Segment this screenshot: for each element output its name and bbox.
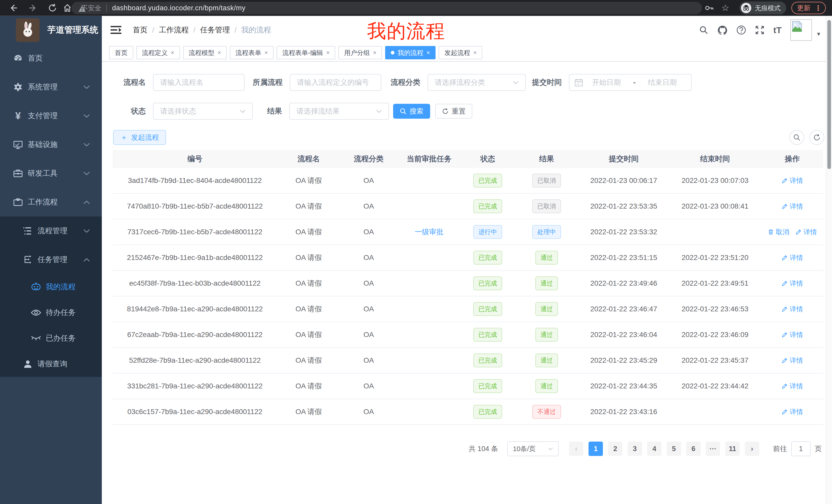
- github-icon[interactable]: [717, 25, 728, 35]
- tab-process-model[interactable]: 流程模型×: [183, 46, 227, 59]
- close-icon[interactable]: ×: [473, 49, 477, 56]
- browser-home-icon[interactable]: [63, 3, 72, 12]
- page-button-4[interactable]: 4: [647, 442, 661, 456]
- detail-link[interactable]: 详情: [782, 305, 803, 314]
- page-button-3[interactable]: 3: [628, 442, 642, 456]
- address-bar[interactable]: 不安全 dashboard.yudao.iocoder.cn/bpm/task/…: [72, 2, 702, 14]
- page-button-2[interactable]: 2: [608, 442, 622, 456]
- page-button-6[interactable]: 6: [686, 442, 701, 456]
- sidebar-item-process-management[interactable]: 流程管理: [0, 217, 102, 245]
- result-select[interactable]: 请选择流结果: [289, 103, 389, 120]
- incognito-icon: [741, 3, 751, 13]
- sidebar-item-leave-query[interactable]: 请假查询: [0, 351, 102, 377]
- next-page-button[interactable]: ›: [745, 442, 759, 456]
- scrollbar-thumb[interactable]: [827, 20, 831, 169]
- detail-link[interactable]: 详情: [796, 228, 817, 236]
- browser-menu-overflow-icon[interactable]: ⋮: [814, 4, 822, 12]
- sidebar-item-dev-tools[interactable]: 研发工具: [0, 159, 102, 188]
- passwords-key-icon[interactable]: [705, 4, 714, 12]
- more-pages-button[interactable]: ···: [706, 442, 720, 456]
- sidebar-collapse-icon[interactable]: [110, 25, 121, 35]
- sidebar-item-done-tasks[interactable]: 已办任务: [0, 326, 102, 351]
- parent-process-input[interactable]: [290, 74, 381, 91]
- category-select[interactable]: 请选择流程分类: [427, 74, 526, 91]
- sidebar-item-task-management[interactable]: 任务管理: [0, 245, 102, 274]
- tab-home[interactable]: 首页: [109, 46, 133, 59]
- page-button-1[interactable]: 1: [589, 442, 603, 456]
- page-button-11[interactable]: 11: [725, 442, 740, 456]
- url-text[interactable]: dashboard.yudao.iocoder.cn/bpm/task/my: [112, 4, 245, 12]
- process-name-input[interactable]: [153, 74, 244, 91]
- result-badge: 处理中: [532, 225, 561, 239]
- toggle-search-button[interactable]: [789, 130, 804, 145]
- breadcrumb-task-management[interactable]: 任务管理: [200, 25, 230, 35]
- detail-link[interactable]: 详情: [782, 202, 803, 211]
- cell-id: 67c2eaab-7b9a-11ec-a290-acde48001122: [113, 331, 277, 339]
- tab-user-group[interactable]: 用户分组×: [338, 46, 382, 59]
- sidebar-item-infrastructure[interactable]: 基础设施: [0, 130, 102, 159]
- search-icon[interactable]: [699, 25, 709, 35]
- sidebar-item-workflow[interactable]: 工作流程: [0, 188, 102, 217]
- sidebar-item-payment[interactable]: ¥ 支付管理: [0, 102, 102, 130]
- end-date-placeholder[interactable]: 结束日期: [639, 78, 686, 87]
- breadcrumb-current: 我的流程: [241, 25, 271, 35]
- tab-process-form[interactable]: 流程表单×: [230, 46, 274, 59]
- browser-update-button[interactable]: 更新 ⋮: [791, 2, 826, 14]
- submit-time-range-picker[interactable]: 开始日期 - 结束日期: [569, 74, 692, 91]
- insecure-warning-icon[interactable]: [78, 5, 86, 12]
- sidebar-item-system[interactable]: 系统管理: [0, 73, 102, 102]
- search-button[interactable]: 搜索: [393, 104, 430, 119]
- tab-start-process[interactable]: 发起流程×: [439, 46, 482, 59]
- detail-link[interactable]: 详情: [782, 408, 803, 416]
- goto-page-input[interactable]: [791, 441, 811, 456]
- prev-page-button[interactable]: ‹: [569, 442, 583, 456]
- app-logo[interactable]: 芋道管理系统: [0, 16, 102, 44]
- task-link[interactable]: 一级审批: [415, 227, 443, 237]
- category-label: 流程分类: [391, 77, 427, 88]
- start-process-button[interactable]: ＋ 发起流程: [113, 130, 166, 145]
- breadcrumb-home[interactable]: 首页: [133, 25, 148, 35]
- sidebar-item-my-process[interactable]: 我的流程: [0, 274, 102, 300]
- detail-link[interactable]: 详情: [782, 356, 803, 365]
- table-row: 52ffd28e-7b9a-11ec-a290-acde48001122 OA …: [113, 348, 823, 373]
- browser-forward-icon[interactable]: [28, 3, 37, 12]
- chevron-down-icon: [548, 447, 553, 450]
- status-badge: 已完成: [473, 199, 502, 213]
- detail-link[interactable]: 详情: [782, 382, 803, 391]
- avatar-caret-icon[interactable]: ▾: [817, 30, 820, 37]
- browser-reload-icon[interactable]: [48, 3, 57, 12]
- page-size-select[interactable]: 10条/页: [507, 441, 559, 456]
- sidebar-item-home[interactable]: 首页: [0, 44, 102, 73]
- detail-link[interactable]: 详情: [782, 279, 803, 288]
- sidebar-item-label: 基础设施: [28, 139, 58, 150]
- help-icon[interactable]: [736, 25, 746, 35]
- avatar[interactable]: [790, 19, 812, 41]
- breadcrumb-workflow[interactable]: 工作流程: [159, 25, 189, 35]
- close-icon[interactable]: ×: [373, 49, 376, 56]
- close-icon[interactable]: ×: [264, 49, 268, 56]
- sidebar-item-todo-tasks[interactable]: 待办任务: [0, 300, 102, 326]
- refresh-table-button[interactable]: [809, 130, 824, 145]
- close-icon[interactable]: ×: [426, 49, 430, 56]
- tab-process-definition[interactable]: 流程定义×: [136, 46, 180, 59]
- detail-link[interactable]: 详情: [782, 176, 803, 185]
- page-button-5[interactable]: 5: [667, 442, 681, 456]
- detail-link[interactable]: 详情: [782, 330, 803, 339]
- chevron-down-icon: [376, 110, 382, 113]
- status-select[interactable]: 请选择状态: [153, 103, 253, 120]
- bookmark-star-icon[interactable]: ☆: [722, 3, 729, 13]
- font-size-icon[interactable]: tT: [773, 25, 782, 35]
- tab-my-process[interactable]: 我的流程×: [385, 46, 436, 59]
- tab-process-form-edit[interactable]: 流程表单-编辑×: [277, 46, 335, 59]
- browser-back-icon[interactable]: [9, 3, 18, 12]
- close-icon[interactable]: ×: [326, 49, 330, 56]
- edit-icon: [782, 306, 788, 312]
- incognito-badge[interactable]: 无痕模式: [739, 2, 786, 15]
- fullscreen-icon[interactable]: [755, 25, 765, 35]
- close-icon[interactable]: ×: [171, 49, 174, 56]
- start-date-placeholder[interactable]: 开始日期: [583, 78, 630, 87]
- detail-link[interactable]: 详情: [782, 253, 803, 262]
- reset-button[interactable]: 重置: [435, 104, 472, 119]
- cancel-link[interactable]: 取消: [768, 228, 789, 236]
- close-icon[interactable]: ×: [217, 49, 221, 56]
